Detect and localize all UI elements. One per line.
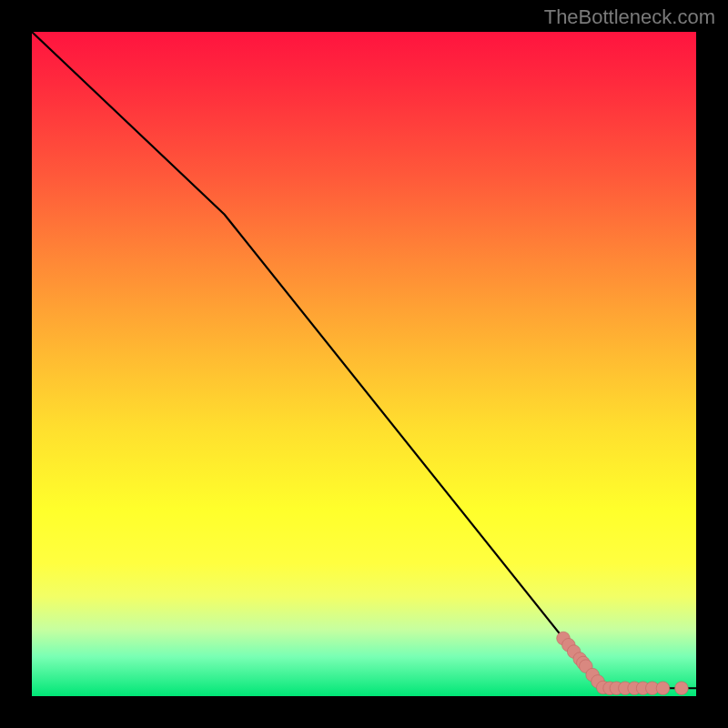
chart-overlay: [32, 32, 696, 696]
chart-scatter: [557, 632, 689, 694]
data-point: [675, 682, 689, 695]
plot-area: [32, 32, 696, 696]
performance-line: [32, 32, 696, 688]
watermark-text: TheBottleneck.com: [544, 5, 715, 29]
data-point: [656, 682, 670, 695]
chart-line: [32, 32, 696, 688]
